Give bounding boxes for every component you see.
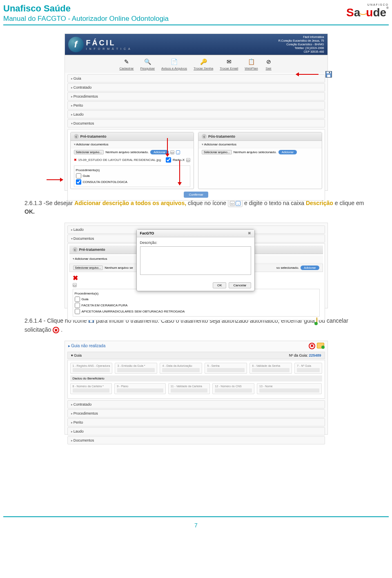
descricao-label: Descrição: <box>140 241 251 245</box>
select-file-button[interactable]: Selecionar arquivo... <box>74 150 104 154</box>
guia-checkbox[interactable] <box>76 173 81 179</box>
doc-subtitle: Manual do FACGTO - Autorizador Online Od… <box>3 15 169 23</box>
field-validade-carteira: 11 - Validade da Carteira <box>168 383 210 394</box>
procedimentos-label: Procedimento(s) <box>76 167 189 173</box>
doc-title: Unafisco Saúde <box>3 3 169 14</box>
annotation-arrow-dup <box>179 161 180 185</box>
delete-icon[interactable]: ✖ <box>73 274 78 281</box>
acc-documentos[interactable]: Documentos <box>67 436 325 444</box>
select-file-button[interactable]: Selecionar arquivo... <box>202 150 232 154</box>
no-file-label: Nenhum arquivo selecionado. <box>105 150 149 154</box>
annotation-arrow-center <box>167 138 168 156</box>
acc-perito[interactable]: Perito <box>67 101 325 109</box>
acc-documentos[interactable]: Documentos <box>67 119 325 127</box>
acc-laudo[interactable]: Laudo <box>67 427 325 435</box>
toolbar-webplan[interactable]: 📋WebPlan <box>245 58 258 70</box>
annotation-arrow-left <box>47 179 63 180</box>
adicionar-docs-header[interactable]: Adicionar documentos <box>198 141 322 148</box>
power-icon: ⊘ <box>265 58 273 66</box>
facil-logo-icon: f <box>68 37 84 52</box>
acc-contratado[interactable]: Contratado <box>67 83 325 91</box>
confirmar-button[interactable]: Confirmar <box>184 192 208 198</box>
descricao-textarea[interactable] <box>140 246 251 275</box>
svg-rect-1 <box>326 71 331 74</box>
toolbar-cadastrar[interactable]: ✎Cadastrar <box>119 58 134 70</box>
dialog-ok-button[interactable]: OK <box>213 282 227 288</box>
field-cns: 12 - Número do CNS <box>212 383 254 394</box>
inline-doc-down-icon: ▭⌄ <box>228 200 243 207</box>
file-name-label: 15-09_ESTUDO DE LAYOUT GERAL RESIDENCIAL… <box>78 158 165 162</box>
instruction-2613: 2.6.1.3 -Se desejar Adicionar descrição … <box>24 199 368 216</box>
folder-icon[interactable] <box>317 343 324 348</box>
select-file-bg[interactable]: Selecionar arquivo... <box>73 266 103 270</box>
app-banner: f FÁCIL INFORMÁTICA Fácil Informática R.… <box>65 34 327 55</box>
field-registro-ans: 1 - Registro ANS - Operadora <box>70 363 113 374</box>
page-header: Unafisco Saúde Manual do FACGTO - Autori… <box>0 0 392 25</box>
field-senha: 5 - Senha <box>205 363 247 374</box>
acc-laudo[interactable]: Laudo <box>67 110 325 118</box>
pos-tratamento-header[interactable]: Pós-tratamento <box>198 132 322 141</box>
mail-icon: ✉ <box>225 58 233 66</box>
page-number: 7 <box>0 517 392 533</box>
dialog-close-icon[interactable]: ✖ <box>248 231 251 235</box>
screenshot-dialog: Laudo Documentos Pré-tratamento Adiciona… <box>65 223 328 308</box>
key-icon: 🔑 <box>199 58 207 66</box>
descricao-dialog: FacGTO ✖ Descrição: OK Cancelar <box>136 229 255 291</box>
accordion: Guia Contratado Procedimentos Perito Lau… <box>67 74 325 127</box>
field-plano: 9 - Plano <box>114 383 165 394</box>
cancel-icon[interactable]: ✖ <box>309 343 315 349</box>
acc-procedimentos[interactable]: Procedimentos <box>67 409 325 417</box>
field-validade-senha: 6 - Validade da Senha <box>249 363 292 374</box>
guia-nao-realizada-label: Guia não realizada <box>68 344 106 348</box>
toolbar-avisos[interactable]: 📄Avisos e Arquivos <box>161 58 187 70</box>
file-icon: 📄 <box>170 58 178 66</box>
guia-form: 1 - Registro ANS - Operadora 3 - Emissão… <box>67 360 325 399</box>
toolbar-senha[interactable]: 🔑Trocar Senha <box>194 58 213 70</box>
field-data-aut: 4 - Data da Autorização <box>160 363 202 374</box>
dialog-title: FacGTO <box>140 231 154 235</box>
acc-guia[interactable]: Guia <box>67 74 325 83</box>
floating-save-icon[interactable] <box>325 71 332 80</box>
svg-rect-3 <box>329 72 330 73</box>
search-icon: 🔍 <box>143 58 151 66</box>
pre-tratamento-header[interactable]: Pré-tratamento <box>71 132 194 141</box>
doc-icon[interactable]: ▭ <box>186 158 190 162</box>
clipboard-icon: 📋 <box>247 58 255 66</box>
dialog-cancel-button[interactable]: Cancelar <box>229 282 251 288</box>
consulta-checkbox[interactable] <box>76 179 81 185</box>
acc-contratado[interactable]: Contratado <box>67 400 325 408</box>
acc-procedimentos[interactable]: Procedimentos <box>67 92 325 100</box>
guia-number: 225489 <box>309 353 321 357</box>
adicionar-docs-header[interactable]: Adicionar documentos <box>71 141 194 148</box>
saude-logo: UNAFISCO Sa‿ude® <box>346 3 389 19</box>
add-btn-bg[interactable]: Adicionar <box>301 266 319 270</box>
svg-rect-2 <box>327 75 330 77</box>
dados-beneficiario-header: Dados do Beneficiário <box>70 375 322 382</box>
toolbar-pesquisar[interactable]: 🔍Pesquisar <box>140 58 155 70</box>
pos-tratamento-col: Pós-tratamento Adicionar documentos Sele… <box>198 132 322 189</box>
annotation-arrow-right <box>296 74 318 75</box>
file-row: ✖ 15-09_ESTUDO DE LAYOUT GERAL RESIDENCI… <box>71 156 194 164</box>
toolbar-sair[interactable]: ⊘Sair <box>265 58 273 70</box>
toolbar: ✎Cadastrar 🔍Pesquisar 📄Avisos e Arquivos… <box>65 55 327 73</box>
screenshot-guia: Guia não realizada ✖ ▾ Guia Nº da Guia: … <box>65 341 328 435</box>
pre-tratamento-col: Pré-tratamento Adicionar documentos Sele… <box>70 132 194 189</box>
delete-file-icon[interactable]: ✖ <box>74 158 77 162</box>
toolbar-email[interactable]: ✉Trocar Email <box>220 58 238 70</box>
documents-panel: Pré-tratamento Adicionar documentos Sele… <box>67 129 325 201</box>
inline-folder-icon <box>316 317 317 326</box>
screenshot-main: f FÁCIL INFORMÁTICA Fácil Informática R.… <box>65 33 328 191</box>
inline-cancel-icon: ✖ <box>53 327 59 333</box>
field-nome: 13 - Nome <box>257 383 322 394</box>
no-file-label: Nenhum arquivo selecionado. <box>234 150 277 154</box>
guia-header-row[interactable]: ▾ Guia Nº da Guia: 225489 <box>67 352 325 359</box>
acc-perito[interactable]: Perito <box>67 418 325 426</box>
field-n-guia: 7 - Nº Guia <box>294 363 322 374</box>
doc-icon[interactable]: ▭ <box>170 150 174 154</box>
adicionar-button[interactable]: Adicionar <box>278 150 297 154</box>
download-icon[interactable]: ⌄ <box>176 150 180 154</box>
save-icon <box>325 71 332 78</box>
field-carteira: 8 - Número da Carteira * <box>70 383 112 394</box>
edit-icon: ✎ <box>122 58 131 66</box>
field-emissao: 3 - Emissão da Guia * <box>115 363 157 374</box>
